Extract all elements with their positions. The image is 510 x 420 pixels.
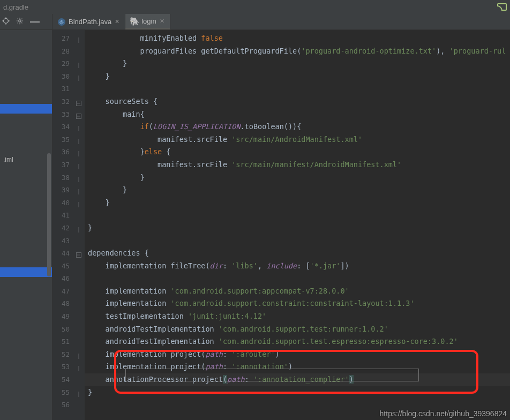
fold-icon[interactable]	[75, 161, 81, 167]
sidebar-item[interactable]: .iml	[0, 154, 52, 166]
fold-icon[interactable]	[75, 350, 81, 357]
fold-icon[interactable]	[75, 98, 81, 104]
sidebar-item[interactable]	[0, 267, 52, 277]
editor-tabs: ◎ BindPath.java ✕ 🐘 login ✕	[52, 14, 170, 29]
project-sidebar[interactable]: .iml	[0, 30, 52, 420]
gradle-icon: 🐘	[131, 18, 138, 25]
gear-icon[interactable]	[16, 17, 24, 26]
code-editor[interactable]: 2728293031323334353637383940414243444546…	[52, 30, 510, 420]
svg-point-0	[4, 19, 9, 24]
gutter: 2728293031323334353637383940414243444546…	[52, 30, 85, 420]
sidebar-item[interactable]	[0, 104, 52, 114]
fold-icon[interactable]	[75, 123, 81, 129]
breadcrumb-bar: d.gradle	[0, 0, 510, 14]
svg-point-5	[19, 20, 21, 22]
cast-icon[interactable]	[497, 3, 507, 11]
tab-label: BindPath.java	[69, 18, 111, 26]
close-icon[interactable]: ✕	[160, 18, 164, 25]
sidebar-item[interactable]	[0, 30, 52, 40]
fold-icon[interactable]	[75, 186, 81, 192]
tab-label: login	[141, 17, 156, 25]
fold-icon[interactable]	[75, 136, 81, 142]
fold-icon[interactable]	[75, 72, 81, 79]
tool-row: — ◎ BindPath.java ✕ 🐘 login ✕	[0, 14, 510, 30]
fold-icon[interactable]	[75, 59, 81, 66]
breadcrumb-file: d.gradle	[3, 3, 28, 11]
tab-login[interactable]: 🐘 login ✕	[125, 14, 170, 29]
target-icon[interactable]	[2, 17, 10, 26]
fold-icon[interactable]	[75, 110, 81, 117]
fold-icon[interactable]	[75, 249, 81, 256]
sidebar-scrollbar[interactable]	[47, 153, 51, 276]
java-icon: ◎	[58, 18, 65, 26]
fold-icon[interactable]	[75, 224, 81, 230]
fold-icon[interactable]	[75, 148, 81, 154]
collapse-icon[interactable]: —	[30, 16, 40, 27]
main-area: .iml 27282930313233343536373839404142434…	[0, 30, 510, 420]
watermark: https://blog.csdn.net/github_39396824	[380, 409, 507, 418]
code-area[interactable]: minifyEnabled false proguardFiles getDef…	[85, 30, 510, 420]
fold-icon[interactable]	[75, 388, 81, 395]
fold-icon[interactable]	[75, 174, 81, 180]
fold-icon[interactable]	[75, 363, 81, 369]
fold-icon[interactable]	[75, 199, 81, 205]
fold-icon[interactable]	[75, 34, 81, 41]
close-icon[interactable]: ✕	[115, 18, 119, 25]
project-toolbar: —	[0, 14, 52, 29]
tab-bindpath[interactable]: ◎ BindPath.java ✕	[52, 14, 125, 29]
